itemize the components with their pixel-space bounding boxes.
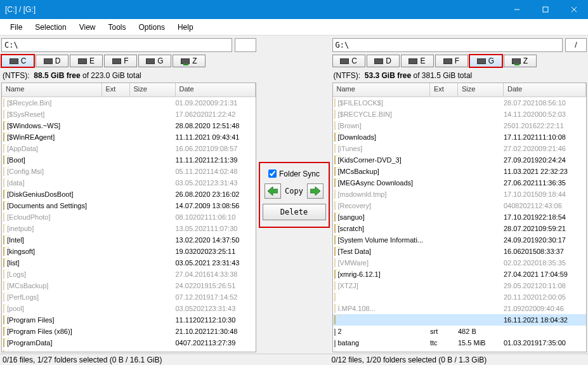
col-date[interactable]: Date	[176, 83, 256, 96]
col-ext[interactable]: Ext	[102, 83, 130, 96]
list-item[interactable]: [MCsBackup]11.03.2021 22:32:23	[333, 166, 587, 177]
drive-button-e[interactable]: E	[401, 55, 434, 67]
left-path-ext[interactable]	[235, 38, 256, 52]
list-item[interactable]: [$FILELOCK$]28.07.202108:56:10	[333, 97, 587, 109]
list-item[interactable]: [Program Files]11.11202112:10:30	[2, 314, 256, 326]
list-item[interactable]: [msdownld.tmp]17.10.201509:18:44	[333, 189, 587, 200]
list-item[interactable]: [PerfLogs]07.12.201917:14:52	[2, 291, 256, 303]
left-path-input[interactable]	[1, 38, 232, 52]
folder-sync-input[interactable]	[268, 169, 277, 178]
drive-button-f[interactable]: F	[104, 55, 137, 67]
list-item[interactable]: [$Recycle.Bin]01.09.202009:21:31	[2, 97, 256, 109]
list-item[interactable]: [XTZJ]29.05.202120:11:08	[333, 280, 587, 291]
drive-button-d[interactable]: D	[367, 55, 400, 67]
folder-icon	[334, 293, 336, 302]
list-item[interactable]: [scratch]28.07.202109:59:21	[333, 223, 587, 234]
arrow-left-icon	[268, 187, 278, 196]
list-item[interactable]: [iTunes]27.02.202009:21:46	[333, 143, 587, 154]
col-ext[interactable]: Ext	[430, 83, 458, 96]
menu-view[interactable]: View	[73, 21, 102, 34]
list-item[interactable]: [$Windows.~WS]28.08.2020 12:51:48	[2, 120, 256, 131]
menu-file[interactable]: File	[4, 21, 29, 34]
drive-icon	[408, 58, 417, 64]
list-item[interactable]: I.MP4.108...21.09202009:40:46	[333, 303, 587, 314]
list-item[interactable]: [$WinREAgent]11.11.2021 09:43:41	[2, 131, 256, 143]
list-item[interactable]: batangttc15.5 MiB01.03.201917:35:00	[333, 337, 587, 348]
menu-options[interactable]: Options	[133, 21, 171, 34]
list-item[interactable]: [Recovery]0408202112:43:06	[333, 200, 587, 211]
list-item[interactable]: [pool]03.05202123:31:43	[2, 303, 256, 314]
drive-icon	[374, 58, 383, 64]
drive-icon	[44, 58, 53, 64]
list-item[interactable]: [Program Files (x86)]21.10.202121:30:48	[2, 326, 256, 337]
folder-icon	[334, 315, 336, 324]
list-item[interactable]: 2srt482 B	[333, 326, 587, 337]
list-item[interactable]: [kingsoft]19.03202023:25:11	[2, 246, 256, 257]
folder-icon	[334, 190, 336, 199]
right-path-input[interactable]	[332, 38, 563, 52]
list-item[interactable]: 20.11.202012:00:05	[333, 291, 587, 303]
list-item[interactable]: [Logs]27.04.201614:33:38	[2, 269, 256, 280]
list-item[interactable]: [inetpub]13.05.202111:07:30	[2, 223, 256, 234]
right-rows[interactable]: [$FILELOCK$]28.07.202108:56:10[$RECYCLE.…	[333, 97, 587, 352]
list-item[interactable]: [data]03.05.202123:31:43	[2, 177, 256, 189]
col-size[interactable]: Size	[130, 83, 176, 96]
list-item[interactable]: [Documents and Settings]14.07.2009 13:08…	[2, 200, 256, 211]
delete-button[interactable]: Delete	[263, 204, 326, 220]
list-item[interactable]: [Boot]11.11.202112:11:39	[2, 154, 256, 166]
list-item[interactable]: IMG_4010MOV188.8 MiB30.07.202110:37:11	[333, 348, 587, 352]
maximize-button[interactable]	[531, 0, 559, 19]
left-rows[interactable]: [$Recycle.Bin]01.09.202009:21:31[$SysRes…	[2, 97, 256, 352]
list-item[interactable]: [Intel]13.02.2020 14:37:50	[2, 234, 256, 246]
drive-button-g[interactable]: G	[138, 55, 171, 67]
right-path-ext[interactable]	[565, 38, 587, 52]
drive-button-z[interactable]: Z	[504, 55, 537, 67]
folder-sync-checkbox[interactable]: Folder Sync	[268, 169, 320, 178]
col-name[interactable]: Name	[2, 83, 102, 96]
list-item[interactable]: [MEGAsync Downloads]27.06.202111:36:35	[333, 177, 587, 189]
list-item[interactable]: [Brown]2501.201622:22:11	[333, 120, 587, 131]
close-button[interactable]	[559, 0, 588, 19]
copy-left-button[interactable]	[265, 183, 281, 199]
minimize-button[interactable]	[502, 0, 531, 19]
left-panel: CDEFGZ (NTFS): 88.5 GiB free of 223.0 Gi…	[1, 37, 256, 352]
drive-button-f[interactable]: F	[435, 55, 468, 67]
col-size[interactable]: Size	[458, 83, 504, 96]
list-item[interactable]: [Test Data]16.06201508:33:37	[333, 246, 587, 257]
list-item[interactable]: [DiskGeniusDosBoot]26.08.2020 23:16:02	[2, 189, 256, 200]
list-item[interactable]: [VMWare]02.02.202018:35:35	[333, 257, 587, 269]
right-filelist: Name Ext Size Date [$FILELOCK$]28.07.202…	[332, 83, 587, 352]
list-item[interactable]: [sanguo]17.10.201922:18:54	[333, 211, 587, 223]
drive-button-e[interactable]: E	[70, 55, 103, 67]
list-item[interactable]: [KidsCorner-DVD_3]27.09.201920:24:24	[333, 154, 587, 166]
menu-tools[interactable]: Tools	[102, 21, 133, 34]
drive-button-d[interactable]: D	[36, 55, 69, 67]
col-date[interactable]: Date	[504, 83, 586, 96]
list-item[interactable]: [ProgramData]0407.202113:27:39	[2, 337, 256, 348]
list-item[interactable]: [Downloads]17.11.202111:10:08	[333, 131, 587, 143]
menu-selection[interactable]: Selection	[29, 21, 72, 34]
list-item[interactable]: [MCsBackup]24.02201915:26:51	[2, 280, 256, 291]
list-item[interactable]: [EcloudPhoto]08.10202111:06:10	[2, 211, 256, 223]
folder-icon	[334, 156, 336, 164]
list-item[interactable]: [QMDownload]08.08.201523:56:55	[2, 348, 256, 352]
list-item[interactable]: [System Volume Informati...24.09.201920:…	[333, 234, 587, 246]
right-space-line: (NTFS): 53.3 GiB free of 381.5 GiB total	[332, 69, 587, 83]
drive-button-c[interactable]: C	[332, 55, 365, 67]
list-item[interactable]: [xmrig-6.12.1]27.04.2021 17:04:59	[333, 269, 587, 280]
copy-right-button[interactable]	[307, 183, 323, 199]
folder-icon	[3, 213, 4, 222]
drive-button-z[interactable]: Z	[173, 55, 206, 67]
list-item[interactable]: 16.11.2021 18:04:32	[333, 314, 587, 326]
list-item[interactable]: [Config.Msi]05.11.202114:02:48	[2, 166, 256, 177]
list-item[interactable]: [list]03.05.2021 23:31:43	[2, 257, 256, 269]
drive-button-c[interactable]: C	[1, 55, 34, 67]
drive-button-g[interactable]: G	[469, 55, 502, 67]
list-item[interactable]: [$RECYCLE.BIN]14.11.202000:52:03	[333, 109, 587, 120]
list-item[interactable]: [AppData]16.06.202109:08:57	[2, 143, 256, 154]
menu-help[interactable]: Help	[171, 21, 200, 34]
left-drive-row: CDEFGZ	[1, 53, 256, 69]
folder-icon	[3, 190, 4, 199]
col-name[interactable]: Name	[333, 83, 431, 96]
list-item[interactable]: [$SysReset]17.06202021:22:42	[2, 109, 256, 120]
